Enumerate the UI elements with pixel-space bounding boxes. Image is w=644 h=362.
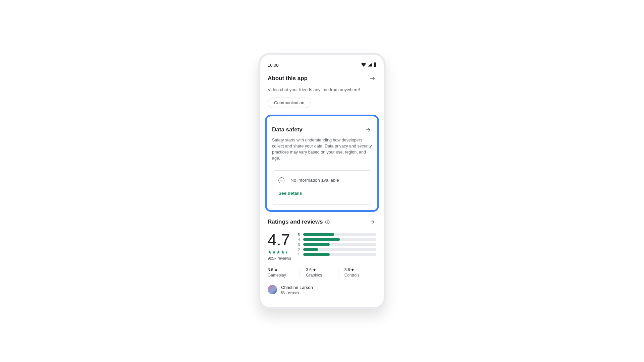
bar-fill (303, 253, 329, 256)
rating-bar-row: 2 (298, 248, 376, 252)
ratings-arrow-icon[interactable] (368, 218, 376, 226)
ratings-header[interactable]: Ratings and reviews (268, 218, 376, 226)
data-safety-info-row: No information available (278, 177, 366, 183)
svg-rect-0 (374, 63, 376, 67)
data-safety-info-text: No information available (290, 178, 339, 183)
cell-signal-icon (368, 63, 372, 68)
category-chip[interactable]: Communication (268, 98, 311, 108)
rating-bar-row: 5 (298, 233, 376, 237)
data-safety-section: Data safety Safety starts with understan… (269, 126, 375, 205)
rating-average-block: 4.7 905k reviews (268, 232, 291, 261)
info-icon[interactable] (325, 219, 330, 225)
aspect-item: 3.6 Controls (338, 267, 376, 278)
see-details-link[interactable]: See details (278, 191, 366, 196)
bar-label: 3 (298, 243, 300, 247)
bar-label: 1 (298, 253, 300, 257)
aspect-score: 3.6 (268, 267, 296, 272)
reviewer-row[interactable]: Christine Larson 68 reviews (268, 285, 376, 294)
ratings-summary: 4.7 905k reviews 54321 (268, 232, 376, 261)
svg-rect-3 (327, 221, 328, 223)
rating-average: 4.7 (268, 232, 291, 248)
rating-bar-row: 3 (298, 243, 376, 247)
svg-rect-1 (374, 62, 375, 63)
ratings-title: Ratings and reviews (268, 219, 330, 225)
bar-track (303, 253, 376, 256)
bar-label: 2 (298, 248, 300, 252)
about-section: About this app Video chat your friends a… (260, 74, 384, 108)
bar-fill (303, 248, 318, 251)
rating-stars (268, 250, 291, 254)
data-safety-description: Safety starts with understanding how dev… (272, 137, 372, 162)
screen: 10:00 About this app Video (260, 55, 384, 307)
no-info-icon (278, 177, 284, 183)
bar-track (303, 243, 376, 246)
phone-frame: 10:00 About this app Video (258, 53, 386, 309)
reviewer-sub: 68 reviews (281, 290, 313, 294)
data-safety-arrow-icon[interactable] (364, 126, 372, 134)
data-safety-highlight: Data safety Safety starts with understan… (265, 115, 379, 212)
wifi-icon (361, 63, 366, 68)
bar-track (303, 238, 376, 241)
aspect-label: Controls (344, 273, 372, 278)
bar-fill (303, 243, 329, 246)
bar-fill (303, 233, 334, 236)
bar-fill (303, 238, 340, 241)
battery-icon (374, 62, 376, 68)
about-header[interactable]: About this app (268, 74, 376, 82)
aspect-score: 3.6 (344, 267, 372, 272)
bar-track (303, 248, 376, 251)
data-safety-title: Data safety (272, 126, 303, 133)
bar-track (303, 233, 376, 236)
aspect-label: Gameplay (268, 273, 296, 278)
bar-label: 4 (298, 238, 300, 242)
reviewer-name: Christine Larson (281, 285, 313, 290)
aspect-item: 3.6 Graphics (300, 267, 338, 278)
reviewer-info: Christine Larson 68 reviews (281, 285, 313, 294)
aspect-score: 3.6 (306, 267, 334, 272)
avatar (268, 285, 277, 294)
status-icons (361, 62, 376, 68)
data-safety-card: No information available See details (272, 170, 372, 205)
rating-bar-row: 4 (298, 238, 376, 242)
about-arrow-icon[interactable] (368, 74, 376, 82)
rating-bars: 54321 (298, 232, 376, 261)
bar-label: 5 (298, 233, 300, 237)
data-safety-header[interactable]: Data safety (272, 126, 372, 134)
review-count: 905k reviews (268, 256, 291, 261)
ratings-section: Ratings and reviews 4.7 (260, 218, 384, 294)
ratings-title-text: Ratings and reviews (268, 219, 323, 225)
status-bar: 10:00 (260, 61, 384, 69)
about-title: About this app (268, 75, 308, 82)
aspect-item: 3.6 Gameplay (268, 267, 300, 278)
about-description: Video chat your friends anytime from any… (268, 87, 376, 92)
rating-bar-row: 1 (298, 253, 376, 257)
aspect-label: Graphics (306, 273, 334, 278)
status-time: 10:00 (268, 63, 279, 68)
aspect-ratings: 3.6 Gameplay3.6 Graphics3.6 Controls (268, 267, 376, 278)
svg-rect-4 (327, 221, 328, 221)
